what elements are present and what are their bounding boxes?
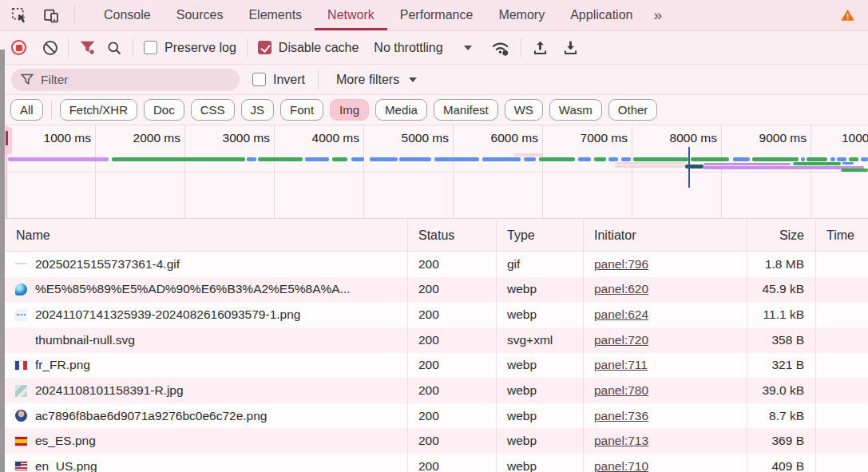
- table-row[interactable]: 20250215155737361-4.gif 200 gif panel:79…: [0, 252, 868, 277]
- record-network-log-button[interactable]: [11, 40, 26, 55]
- tab-console[interactable]: Console: [91, 0, 164, 30]
- waterfall-segment: [434, 157, 479, 161]
- requests-table-header: Name Status Type Initiator Size Time: [0, 220, 868, 252]
- request-time: [816, 277, 868, 303]
- preserve-log-checkbox[interactable]: Preserve log: [144, 41, 236, 55]
- more-filters-dropdown[interactable]: More filters: [331, 73, 422, 87]
- waterfall-segment: [514, 153, 543, 157]
- table-row[interactable]: thumbnail-null.svg 200 svg+xml panel:720…: [0, 327, 868, 353]
- request-size: 1.8 MB: [747, 252, 816, 277]
- chip-fetch-xhr[interactable]: Fetch/XHR: [60, 99, 137, 121]
- table-row[interactable]: en_US.png 200 webp panel:710 409 B: [0, 454, 868, 472]
- file-icon-photo-thumbnail: [15, 385, 27, 397]
- request-name: %E5%85%89%E5%AD%90%E6%B3%A2%E5%8A%A...: [35, 282, 351, 296]
- throttling-value: No throttling: [374, 41, 442, 55]
- search-icon[interactable]: [106, 40, 122, 56]
- filter-input[interactable]: Filter: [11, 69, 240, 91]
- panel-tabs: Console Sources Elements Network Perform…: [91, 0, 670, 30]
- invert-checkbox[interactable]: Invert: [252, 73, 305, 87]
- column-header-size[interactable]: Size: [747, 220, 816, 251]
- clear-network-log-icon[interactable]: [43, 41, 57, 55]
- request-status: 200: [408, 378, 497, 403]
- chip-other[interactable]: Other: [608, 99, 658, 121]
- table-row[interactable]: %E5%85%89%E5%AD%90%E6%B3%A2%E5%8A%A... 2…: [0, 277, 868, 303]
- table-row[interactable]: es_ES.png 200 webp panel:713 369 B: [0, 428, 868, 454]
- waterfall-segment: [691, 157, 729, 161]
- disable-cache-label: Disable cache: [279, 41, 359, 55]
- import-har-icon[interactable]: [532, 39, 549, 56]
- tab-elements[interactable]: Elements: [236, 0, 315, 30]
- export-har-icon[interactable]: [562, 39, 579, 56]
- network-overview[interactable]: 1000 ms2000 ms3000 ms4000 ms5000 ms6000 …: [0, 125, 868, 219]
- waterfall-segment: [539, 157, 575, 161]
- waterfall-segment: [332, 157, 347, 161]
- chip-all[interactable]: All: [10, 99, 43, 121]
- column-header-type[interactable]: Type: [497, 220, 584, 251]
- waterfall-segment: [621, 157, 631, 161]
- request-status: 200: [408, 277, 497, 303]
- throttling-dropdown[interactable]: No throttling: [369, 41, 476, 55]
- initiator-link[interactable]: panel:780: [594, 383, 648, 398]
- initiator-link[interactable]: panel:711: [594, 358, 648, 372]
- initiator-link[interactable]: panel:713: [594, 434, 648, 448]
- tabbar-left-tools: [0, 0, 83, 30]
- chip-js[interactable]: JS: [241, 99, 275, 121]
- table-row[interactable]: fr_FR.png 200 webp panel:711 321 B: [0, 353, 868, 379]
- waterfall-segment: [399, 157, 431, 161]
- initiator-link[interactable]: panel:796: [594, 257, 648, 272]
- filter-toggle-icon[interactable]: [79, 40, 96, 55]
- request-size: 321 B: [747, 353, 816, 379]
- issues-warning-icon[interactable]: [840, 0, 868, 30]
- waterfall-segment: [830, 157, 835, 161]
- dock-resize-gutter[interactable]: [0, 50, 5, 472]
- waterfall-segment: [861, 157, 868, 161]
- tab-memory[interactable]: Memory: [486, 0, 557, 30]
- chip-css[interactable]: CSS: [191, 99, 235, 121]
- file-icon-site-logo: [15, 284, 27, 295]
- waterfall-segment: [842, 162, 854, 165]
- disable-cache-checkbox[interactable]: Disable cache: [258, 41, 359, 55]
- chip-manifest[interactable]: Manifest: [434, 99, 498, 121]
- preserve-log-checkbox-box[interactable]: [144, 41, 157, 54]
- more-filters-label: More filters: [336, 73, 399, 87]
- chip-font[interactable]: Font: [280, 99, 323, 121]
- request-status: 200: [408, 428, 497, 454]
- toolbar-divider: [68, 38, 69, 58]
- request-size: 369 B: [747, 428, 816, 454]
- inspect-element-icon[interactable]: [11, 7, 28, 24]
- tab-network[interactable]: Network: [315, 0, 387, 30]
- request-name: fr_FR.png: [35, 358, 90, 372]
- disable-cache-checkbox-box[interactable]: [258, 41, 271, 54]
- table-row[interactable]: 20241107141325939-2024082616093579-1.png…: [0, 302, 868, 327]
- table-row[interactable]: ac7896f8bae6d9071a9276bc0e6c72e.png 200 …: [0, 403, 868, 429]
- chip-doc[interactable]: Doc: [144, 99, 184, 121]
- initiator-link[interactable]: panel:720: [594, 333, 648, 347]
- request-size: 409 B: [747, 454, 816, 472]
- request-time: [816, 327, 868, 353]
- overview-track: [0, 125, 868, 218]
- table-row[interactable]: 20241108101158391-R.jpg 200 webp panel:7…: [0, 378, 868, 403]
- chip-ws[interactable]: WS: [505, 99, 543, 121]
- tab-sources[interactable]: Sources: [164, 0, 236, 30]
- tab-performance[interactable]: Performance: [387, 0, 486, 30]
- initiator-link[interactable]: panel:624: [594, 307, 648, 322]
- request-time: [816, 378, 868, 403]
- request-name: 20250215155737361-4.gif: [35, 257, 180, 272]
- chip-img[interactable]: Img: [330, 99, 369, 121]
- column-header-name[interactable]: Name: [0, 220, 408, 251]
- tab-application[interactable]: Application: [557, 0, 645, 30]
- network-conditions-icon[interactable]: [490, 39, 510, 57]
- request-time: [816, 403, 868, 429]
- invert-checkbox-box[interactable]: [252, 73, 266, 86]
- chip-media[interactable]: Media: [375, 99, 427, 121]
- initiator-link[interactable]: panel:736: [594, 409, 648, 423]
- chip-wasm[interactable]: Wasm: [549, 99, 602, 121]
- initiator-link[interactable]: panel:710: [594, 459, 648, 472]
- column-header-time[interactable]: Time: [816, 220, 868, 251]
- column-header-status[interactable]: Status: [408, 220, 497, 251]
- more-tabs-icon[interactable]: »: [645, 0, 670, 30]
- column-header-initiator[interactable]: Initiator: [584, 220, 747, 251]
- device-toolbar-icon[interactable]: [42, 7, 60, 24]
- waterfall-segment: [112, 157, 245, 161]
- initiator-link[interactable]: panel:620: [594, 282, 648, 296]
